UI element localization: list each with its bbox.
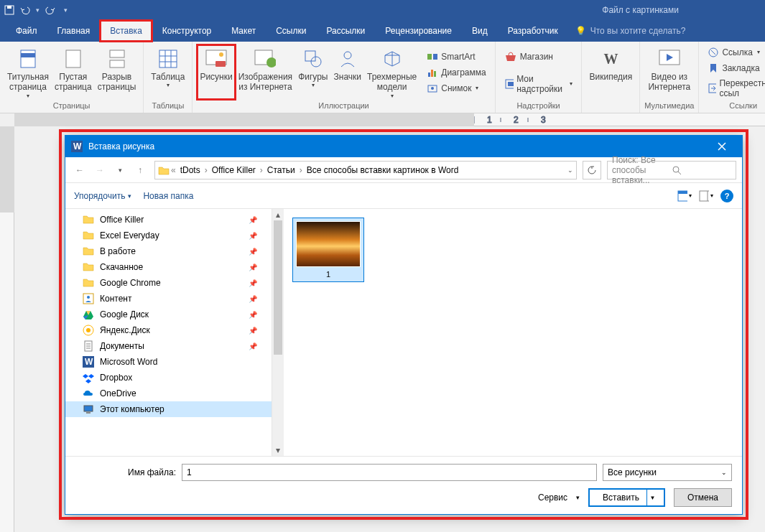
tree-item[interactable]: Google Chrome📌 bbox=[65, 275, 272, 291]
tab-insert[interactable]: Вставка bbox=[100, 20, 152, 42]
dialog-close-button[interactable] bbox=[708, 136, 736, 157]
cover-page-button[interactable]: Титульная страница▾ bbox=[4, 45, 52, 100]
quick-access-toolbar: ▾ ▾ bbox=[4, 5, 68, 15]
tree-item[interactable]: Google Диск📌 bbox=[65, 307, 272, 322]
pictures-button[interactable]: Рисунки bbox=[197, 45, 235, 100]
tree-item-label: Excel Everyday bbox=[100, 230, 159, 241]
shapes-button[interactable]: Фигуры▾ bbox=[295, 45, 330, 100]
scroll-up-icon[interactable]: ▴ bbox=[272, 209, 284, 220]
scroll-down-icon[interactable]: ▾ bbox=[272, 444, 284, 456]
tree-scrollbar[interactable]: ▴ ▾ bbox=[272, 209, 284, 456]
tab-design[interactable]: Конструктор bbox=[152, 20, 221, 42]
pin-icon[interactable]: 📌 bbox=[249, 342, 257, 350]
organize-button[interactable]: Упорядочить▾ bbox=[74, 191, 131, 201]
save-icon[interactable] bbox=[4, 5, 14, 15]
breadcrumb-seg[interactable]: Office Killer bbox=[209, 164, 259, 177]
redo-icon[interactable] bbox=[45, 5, 55, 15]
wikipedia-button[interactable]: WВикипедия bbox=[586, 45, 635, 100]
tree-item[interactable]: Скачанное📌 bbox=[65, 259, 272, 275]
tree-item[interactable]: WMicrosoft Word bbox=[65, 354, 272, 370]
nav-forward-button[interactable]: → bbox=[91, 162, 108, 179]
refresh-button[interactable] bbox=[583, 161, 601, 179]
bookmark-button[interactable]: Закладка bbox=[703, 61, 765, 75]
service-dropdown-icon[interactable]: ▾ bbox=[576, 494, 580, 501]
cross-reference-button[interactable]: Перекрестная ссыл bbox=[703, 77, 765, 100]
store-button[interactable]: Магазин bbox=[500, 50, 578, 64]
pin-icon[interactable]: 📌 bbox=[249, 232, 257, 240]
blank-page-button[interactable]: Пустая страница bbox=[52, 45, 95, 100]
svg-point-41 bbox=[673, 167, 679, 172]
tab-mailings[interactable]: Рассылки bbox=[316, 20, 375, 42]
pin-icon[interactable]: 📌 bbox=[249, 327, 257, 335]
tree-item[interactable]: OneDrive bbox=[65, 386, 272, 401]
cancel-button[interactable]: Отмена bbox=[674, 488, 732, 507]
pin-icon[interactable]: 📌 bbox=[249, 295, 257, 303]
nav-up-button[interactable]: ↑ bbox=[131, 162, 149, 179]
filename-input[interactable] bbox=[182, 464, 597, 481]
search-input[interactable]: Поиск: Все способы вставки... bbox=[607, 161, 736, 179]
pin-icon[interactable]: 📌 bbox=[249, 311, 257, 319]
insert-split-icon[interactable]: ▼ bbox=[646, 490, 658, 505]
page-break-button[interactable]: Разрыв страницы bbox=[95, 45, 139, 100]
new-folder-button[interactable]: Новая папка bbox=[143, 191, 193, 201]
breadcrumb[interactable]: « tDots› Office Killer› Статьи› Все спос… bbox=[154, 161, 577, 179]
tab-view[interactable]: Вид bbox=[462, 20, 498, 42]
tab-developer[interactable]: Разработчик bbox=[498, 20, 568, 42]
nav-back-button[interactable]: ← bbox=[71, 162, 88, 179]
svg-marker-62 bbox=[85, 379, 91, 383]
help-button[interactable]: ? bbox=[720, 190, 733, 202]
insert-button[interactable]: Вставить▼ bbox=[588, 488, 665, 507]
pin-icon[interactable]: 📌 bbox=[249, 279, 257, 287]
ruler-vertical[interactable] bbox=[0, 126, 14, 532]
undo-dropdown-icon[interactable]: ▾ bbox=[36, 6, 40, 14]
screenshot-button[interactable]: Снимок▾ bbox=[422, 81, 490, 95]
link-button[interactable]: Ссылка▾ bbox=[703, 45, 765, 60]
icons-button[interactable]: Значки bbox=[331, 45, 365, 100]
breadcrumb-seg[interactable]: tDots bbox=[177, 164, 203, 177]
breadcrumb-dropdown-icon[interactable]: ⌄ bbox=[567, 167, 573, 174]
pin-icon[interactable]: 📌 bbox=[249, 263, 257, 271]
tab-home[interactable]: Главная bbox=[47, 20, 101, 42]
svg-rect-24 bbox=[434, 71, 436, 77]
tree-item[interactable]: Контент📌 bbox=[65, 291, 272, 307]
tree-item[interactable]: Excel Everyday📌 bbox=[65, 228, 272, 243]
undo-icon[interactable] bbox=[20, 5, 30, 15]
breadcrumb-seg[interactable]: Статьи bbox=[264, 164, 298, 177]
online-video-button[interactable]: Видео из Интернета bbox=[645, 45, 693, 100]
tab-review[interactable]: Рецензирование bbox=[375, 20, 462, 42]
3d-models-button[interactable]: Трехмерные модели▾ bbox=[364, 45, 419, 100]
ribbon-group-illustrations: Рисунки Изображения из Интернета Фигуры▾… bbox=[193, 42, 495, 113]
tab-file[interactable]: Файл bbox=[6, 20, 47, 42]
dropbox-icon bbox=[83, 372, 94, 383]
ruler-horizontal[interactable]: 123 bbox=[14, 113, 765, 126]
tree-item[interactable]: Документы📌 bbox=[65, 338, 272, 354]
chart-button[interactable]: Диаграмма bbox=[422, 65, 490, 80]
tell-me-search[interactable]: 💡 Что вы хотите сделать? bbox=[568, 20, 693, 42]
tree-item-label: Google Диск bbox=[100, 309, 149, 319]
nav-recent-icon[interactable]: ▾ bbox=[111, 162, 129, 179]
view-mode-button[interactable]: ▾ bbox=[677, 189, 692, 203]
tab-layout[interactable]: Макет bbox=[221, 20, 266, 42]
breadcrumb-seg[interactable]: Все способы вставки картинок в Word bbox=[304, 164, 462, 177]
file-list[interactable]: 1 bbox=[284, 209, 742, 456]
tree-item[interactable]: Этот компьютер bbox=[65, 401, 272, 417]
online-pictures-button[interactable]: Изображения из Интернета bbox=[236, 45, 295, 100]
preview-pane-button[interactable]: ▾ bbox=[699, 189, 713, 203]
pin-icon[interactable]: 📌 bbox=[249, 216, 257, 224]
lightbulb-icon: 💡 bbox=[575, 26, 586, 36]
tab-references[interactable]: Ссылки bbox=[266, 20, 316, 42]
my-addins-button[interactable]: Мои надстройки▾ bbox=[500, 73, 578, 95]
svg-rect-21 bbox=[433, 54, 437, 60]
tree-item[interactable]: Dropbox bbox=[65, 370, 272, 386]
tree-item[interactable]: Яндекс.Диск📌 bbox=[65, 322, 272, 338]
smartart-button[interactable]: SmartArt bbox=[422, 50, 490, 64]
tree-item[interactable]: В работе📌 bbox=[65, 243, 272, 259]
tree-item-label: Microsoft Word bbox=[100, 357, 157, 367]
tree-item[interactable]: Office Killer📌 bbox=[65, 212, 272, 228]
pin-icon[interactable]: 📌 bbox=[249, 248, 257, 256]
qat-customize-icon[interactable]: ▾ bbox=[64, 6, 68, 14]
file-thumbnail[interactable]: 1 bbox=[292, 218, 364, 282]
table-button[interactable]: Таблица▾ bbox=[148, 45, 187, 100]
file-filter-select[interactable]: Все рисунки⌄ bbox=[603, 464, 732, 481]
service-button[interactable]: Сервис bbox=[538, 493, 567, 503]
